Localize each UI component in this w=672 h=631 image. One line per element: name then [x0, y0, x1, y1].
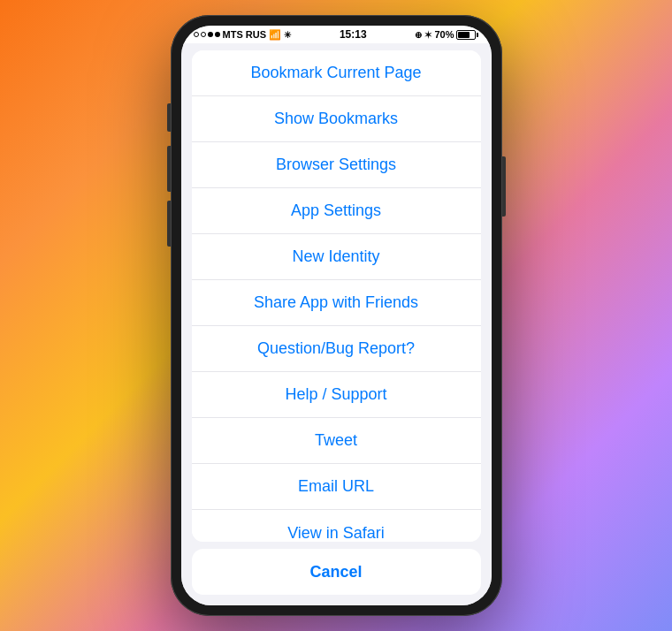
- volume-up-button[interactable]: [167, 146, 171, 192]
- status-bar: MTS RUS 📶 ✳ 15:13 ⊕ ✶ 70%: [181, 26, 492, 43]
- menu-item-label: New Identity: [292, 247, 379, 266]
- wifi-icon: 📶: [269, 29, 281, 41]
- menu-list: Bookmark Current Page Show Bookmarks Bro…: [192, 50, 481, 542]
- menu-item-show-bookmarks[interactable]: Show Bookmarks: [192, 96, 481, 142]
- signal-dot-2: [201, 32, 206, 37]
- phone-screen: MTS RUS 📶 ✳ 15:13 ⊕ ✶ 70%: [181, 26, 492, 605]
- signal-dots: [194, 32, 220, 37]
- signal-dot-3: [208, 32, 213, 37]
- signal-dot-1: [194, 32, 199, 37]
- battery-icon: [456, 30, 478, 40]
- menu-item-label: Share App with Friends: [254, 293, 418, 312]
- menu-item-view-safari[interactable]: View in Safari: [192, 510, 481, 542]
- volume-down-button[interactable]: [167, 201, 171, 247]
- menu-item-label: Bookmark Current Page: [250, 64, 421, 82]
- menu-item-bookmark-current[interactable]: Bookmark Current Page: [192, 50, 481, 96]
- status-right: ⊕ ✶ 70%: [415, 29, 478, 40]
- menu-item-label: Help / Support: [285, 385, 386, 404]
- cancel-button[interactable]: Cancel: [192, 549, 481, 595]
- menu-item-new-identity[interactable]: New Identity: [192, 234, 481, 280]
- menu-item-email-url[interactable]: Email URL: [192, 464, 481, 510]
- menu-item-label: Question/Bug Report?: [257, 339, 415, 358]
- carrier-label: MTS RUS: [223, 29, 267, 40]
- phone-frame: MTS RUS 📶 ✳ 15:13 ⊕ ✶ 70%: [171, 15, 502, 616]
- menu-item-tweet[interactable]: Tweet: [192, 418, 481, 464]
- menu-item-label: Browser Settings: [276, 156, 396, 174]
- location-icon: ⊕: [415, 30, 422, 40]
- status-left: MTS RUS 📶 ✳: [194, 29, 292, 41]
- power-button[interactable]: [502, 156, 506, 217]
- menu-item-label: Show Bookmarks: [274, 110, 398, 128]
- menu-item-browser-settings[interactable]: Browser Settings: [192, 142, 481, 188]
- battery-percent: 70%: [434, 29, 454, 40]
- cancel-label: Cancel: [309, 563, 362, 582]
- signal-icon: ✳: [284, 30, 291, 40]
- menu-item-question-bug[interactable]: Question/Bug Report?: [192, 326, 481, 372]
- status-time: 15:13: [340, 28, 367, 41]
- menu-item-label: Tweet: [315, 431, 357, 450]
- signal-dot-4: [215, 32, 220, 37]
- menu-item-app-settings[interactable]: App Settings: [192, 188, 481, 234]
- time-display: 15:13: [340, 28, 367, 41]
- menu-item-label: View in Safari: [287, 524, 385, 543]
- bluetooth-icon: ✶: [424, 30, 431, 40]
- menu-item-label: App Settings: [291, 201, 381, 220]
- menu-item-share-app[interactable]: Share App with Friends: [192, 280, 481, 326]
- menu-container: Bookmark Current Page Show Bookmarks Bro…: [181, 43, 492, 605]
- menu-item-label: Email URL: [298, 477, 374, 496]
- menu-item-help-support[interactable]: Help / Support: [192, 372, 481, 418]
